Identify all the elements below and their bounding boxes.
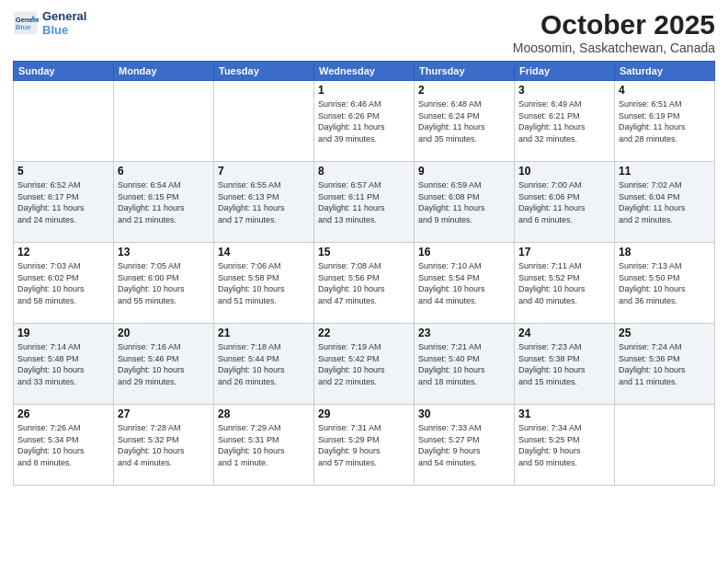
calendar-cell: 16Sunrise: 7:10 AM Sunset: 5:54 PM Dayli… bbox=[415, 243, 515, 324]
calendar-cell: 24Sunrise: 7:23 AM Sunset: 5:38 PM Dayli… bbox=[515, 324, 615, 405]
page-container: General Blue General Blue October 2025 M… bbox=[0, 0, 728, 491]
day-info: Sunrise: 7:02 AM Sunset: 6:04 PM Dayligh… bbox=[619, 179, 711, 225]
calendar-cell: 29Sunrise: 7:31 AM Sunset: 5:29 PM Dayli… bbox=[314, 405, 415, 486]
day-number: 7 bbox=[218, 165, 310, 178]
day-info: Sunrise: 6:51 AM Sunset: 6:19 PM Dayligh… bbox=[619, 98, 711, 144]
calendar-table: Sunday Monday Tuesday Wednesday Thursday… bbox=[13, 61, 715, 486]
day-number: 12 bbox=[17, 246, 109, 259]
calendar-cell: 13Sunrise: 7:05 AM Sunset: 6:00 PM Dayli… bbox=[114, 243, 214, 324]
day-number: 25 bbox=[619, 327, 711, 339]
calendar-cell: 4Sunrise: 6:51 AM Sunset: 6:19 PM Daylig… bbox=[615, 81, 715, 162]
calendar-cell: 25Sunrise: 7:24 AM Sunset: 5:36 PM Dayli… bbox=[615, 324, 715, 405]
day-info: Sunrise: 7:08 AM Sunset: 5:56 PM Dayligh… bbox=[318, 260, 410, 306]
day-info: Sunrise: 7:19 AM Sunset: 5:42 PM Dayligh… bbox=[318, 341, 410, 387]
calendar-cell bbox=[14, 81, 114, 162]
location-title: Moosomin, Saskatchewan, Canada bbox=[513, 40, 715, 55]
day-info: Sunrise: 7:03 AM Sunset: 6:02 PM Dayligh… bbox=[17, 260, 109, 306]
header-tuesday: Tuesday bbox=[214, 62, 314, 81]
day-info: Sunrise: 7:11 AM Sunset: 5:52 PM Dayligh… bbox=[518, 260, 610, 306]
calendar-cell bbox=[114, 81, 214, 162]
svg-text:Blue: Blue bbox=[16, 23, 31, 31]
day-number: 14 bbox=[218, 246, 310, 259]
day-info: Sunrise: 7:06 AM Sunset: 5:58 PM Dayligh… bbox=[218, 260, 310, 306]
day-number: 9 bbox=[418, 165, 510, 178]
calendar-cell: 2Sunrise: 6:48 AM Sunset: 6:24 PM Daylig… bbox=[415, 81, 515, 162]
calendar-week-row: 12Sunrise: 7:03 AM Sunset: 6:02 PM Dayli… bbox=[14, 243, 715, 324]
logo-icon: General Blue bbox=[13, 10, 39, 36]
calendar-cell: 3Sunrise: 6:49 AM Sunset: 6:21 PM Daylig… bbox=[515, 81, 615, 162]
day-number: 23 bbox=[418, 327, 510, 339]
day-number: 18 bbox=[619, 246, 711, 259]
day-info: Sunrise: 6:52 AM Sunset: 6:17 PM Dayligh… bbox=[17, 179, 109, 225]
calendar-cell: 18Sunrise: 7:13 AM Sunset: 5:50 PM Dayli… bbox=[615, 243, 715, 324]
day-number: 20 bbox=[118, 327, 210, 339]
day-info: Sunrise: 7:16 AM Sunset: 5:46 PM Dayligh… bbox=[118, 341, 210, 387]
header: General Blue General Blue October 2025 M… bbox=[13, 9, 715, 55]
day-number: 31 bbox=[518, 408, 610, 420]
header-wednesday: Wednesday bbox=[314, 62, 415, 81]
calendar-cell: 6Sunrise: 6:54 AM Sunset: 6:15 PM Daylig… bbox=[114, 162, 214, 243]
calendar-week-row: 26Sunrise: 7:26 AM Sunset: 5:34 PM Dayli… bbox=[14, 405, 715, 486]
header-sunday: Sunday bbox=[14, 62, 114, 81]
header-thursday: Thursday bbox=[415, 62, 515, 81]
day-info: Sunrise: 7:31 AM Sunset: 5:29 PM Dayligh… bbox=[318, 422, 410, 468]
day-info: Sunrise: 7:24 AM Sunset: 5:36 PM Dayligh… bbox=[619, 341, 711, 387]
day-number: 3 bbox=[518, 84, 610, 97]
day-info: Sunrise: 7:18 AM Sunset: 5:44 PM Dayligh… bbox=[218, 341, 310, 387]
calendar-cell: 31Sunrise: 7:34 AM Sunset: 5:25 PM Dayli… bbox=[515, 405, 615, 486]
day-number: 11 bbox=[619, 165, 711, 178]
day-info: Sunrise: 7:10 AM Sunset: 5:54 PM Dayligh… bbox=[418, 260, 510, 306]
day-info: Sunrise: 7:23 AM Sunset: 5:38 PM Dayligh… bbox=[518, 341, 610, 387]
day-number: 16 bbox=[418, 246, 510, 259]
calendar-body: 1Sunrise: 6:46 AM Sunset: 6:26 PM Daylig… bbox=[14, 81, 715, 486]
calendar-cell: 10Sunrise: 7:00 AM Sunset: 6:06 PM Dayli… bbox=[515, 162, 615, 243]
calendar-cell: 17Sunrise: 7:11 AM Sunset: 5:52 PM Dayli… bbox=[515, 243, 615, 324]
day-number: 2 bbox=[418, 84, 510, 97]
day-info: Sunrise: 7:13 AM Sunset: 5:50 PM Dayligh… bbox=[619, 260, 711, 306]
day-info: Sunrise: 6:54 AM Sunset: 6:15 PM Dayligh… bbox=[118, 179, 210, 225]
title-area: October 2025 Moosomin, Saskatchewan, Can… bbox=[513, 9, 715, 55]
calendar-cell: 22Sunrise: 7:19 AM Sunset: 5:42 PM Dayli… bbox=[314, 324, 415, 405]
day-number: 15 bbox=[318, 246, 410, 259]
day-info: Sunrise: 7:34 AM Sunset: 5:25 PM Dayligh… bbox=[518, 422, 610, 468]
day-info: Sunrise: 7:21 AM Sunset: 5:40 PM Dayligh… bbox=[418, 341, 510, 387]
calendar-cell: 8Sunrise: 6:57 AM Sunset: 6:11 PM Daylig… bbox=[314, 162, 415, 243]
calendar-week-row: 1Sunrise: 6:46 AM Sunset: 6:26 PM Daylig… bbox=[14, 81, 715, 162]
header-monday: Monday bbox=[114, 62, 214, 81]
calendar-cell bbox=[214, 81, 314, 162]
day-number: 1 bbox=[318, 84, 410, 97]
day-info: Sunrise: 7:05 AM Sunset: 6:00 PM Dayligh… bbox=[118, 260, 210, 306]
calendar-cell: 1Sunrise: 6:46 AM Sunset: 6:26 PM Daylig… bbox=[314, 81, 415, 162]
calendar-week-row: 5Sunrise: 6:52 AM Sunset: 6:17 PM Daylig… bbox=[14, 162, 715, 243]
day-info: Sunrise: 6:55 AM Sunset: 6:13 PM Dayligh… bbox=[218, 179, 310, 225]
calendar-cell: 14Sunrise: 7:06 AM Sunset: 5:58 PM Dayli… bbox=[214, 243, 314, 324]
month-title: October 2025 bbox=[513, 9, 715, 40]
day-info: Sunrise: 7:14 AM Sunset: 5:48 PM Dayligh… bbox=[17, 341, 109, 387]
calendar-cell: 7Sunrise: 6:55 AM Sunset: 6:13 PM Daylig… bbox=[214, 162, 314, 243]
header-saturday: Saturday bbox=[615, 62, 715, 81]
day-info: Sunrise: 6:46 AM Sunset: 6:26 PM Dayligh… bbox=[318, 98, 410, 144]
day-number: 27 bbox=[118, 408, 210, 420]
header-friday: Friday bbox=[515, 62, 615, 81]
calendar-cell: 26Sunrise: 7:26 AM Sunset: 5:34 PM Dayli… bbox=[14, 405, 114, 486]
day-number: 21 bbox=[218, 327, 310, 339]
day-info: Sunrise: 6:57 AM Sunset: 6:11 PM Dayligh… bbox=[318, 179, 410, 225]
day-info: Sunrise: 6:49 AM Sunset: 6:21 PM Dayligh… bbox=[518, 98, 610, 144]
day-number: 17 bbox=[518, 246, 610, 259]
calendar-cell: 28Sunrise: 7:29 AM Sunset: 5:31 PM Dayli… bbox=[214, 405, 314, 486]
day-number: 8 bbox=[318, 165, 410, 178]
calendar-week-row: 19Sunrise: 7:14 AM Sunset: 5:48 PM Dayli… bbox=[14, 324, 715, 405]
calendar-cell: 9Sunrise: 6:59 AM Sunset: 6:08 PM Daylig… bbox=[415, 162, 515, 243]
calendar-cell bbox=[615, 405, 715, 486]
day-info: Sunrise: 7:26 AM Sunset: 5:34 PM Dayligh… bbox=[17, 422, 109, 468]
day-number: 28 bbox=[218, 408, 310, 420]
calendar-cell: 19Sunrise: 7:14 AM Sunset: 5:48 PM Dayli… bbox=[14, 324, 114, 405]
calendar-header-row: Sunday Monday Tuesday Wednesday Thursday… bbox=[14, 62, 715, 81]
calendar-cell: 27Sunrise: 7:28 AM Sunset: 5:32 PM Dayli… bbox=[114, 405, 214, 486]
logo: General Blue General Blue bbox=[13, 9, 86, 37]
day-number: 29 bbox=[318, 408, 410, 420]
day-info: Sunrise: 7:29 AM Sunset: 5:31 PM Dayligh… bbox=[218, 422, 310, 468]
logo-blue: Blue bbox=[42, 23, 86, 37]
day-number: 30 bbox=[418, 408, 510, 420]
calendar-cell: 21Sunrise: 7:18 AM Sunset: 5:44 PM Dayli… bbox=[214, 324, 314, 405]
